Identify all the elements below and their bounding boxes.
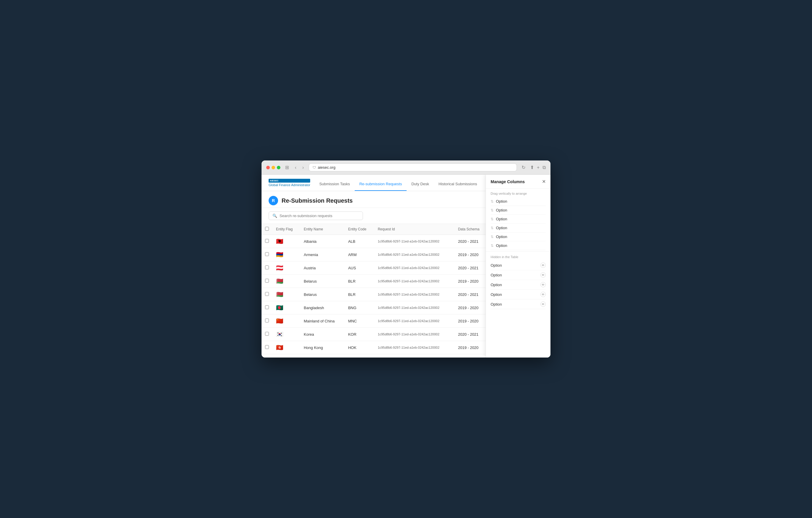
draggable-item[interactable]: ⇅ Option <box>491 197 546 206</box>
schema-cell: 2020 - 2021 <box>454 261 488 275</box>
drag-handle-icon: ⇅ <box>491 244 494 248</box>
flag-cell: 🇧🇾 <box>276 278 283 284</box>
browser-chrome: ⊞ ‹ › 🛡 aiesec.org ↻ ⬆ + ⧉ <box>262 161 550 174</box>
visibility-toggle-0[interactable]: 👁 <box>541 263 546 268</box>
url-text: aiesec.org <box>318 165 336 170</box>
row-checkbox-2[interactable] <box>265 266 269 269</box>
draggable-option-label: Option <box>496 199 507 203</box>
row-checkbox-8[interactable] <box>265 345 269 349</box>
draggable-item[interactable]: ⇅ Option <box>491 233 546 241</box>
entity-code-cell: JOR <box>345 354 374 358</box>
entity-name-cell: Belarus <box>300 275 344 288</box>
draggable-item[interactable]: ⇅ Option <box>491 241 546 250</box>
hidden-option-label: Option <box>491 302 502 306</box>
hidden-list: Option 👁 Option 👁 Option 👁 Option 👁 Opti… <box>486 261 550 309</box>
drag-handle-icon: ⇅ <box>491 217 494 221</box>
draggable-option-label: Option <box>496 243 507 248</box>
drag-section-title: Drag vertically to arrange <box>486 189 550 197</box>
request-id-cell: 1c95d8b6-9297-11ed-a1eb-0242ac120002 <box>374 301 454 315</box>
request-id-cell: 1c95d8b6-9297-11ed-a1eb-0242ac120002 <box>374 261 454 275</box>
request-id-cell: 1c95d8b6-9297-11ed-a1eb-0242ac120002 <box>374 328 454 341</box>
visibility-toggle-2[interactable]: 👁 <box>541 282 546 287</box>
request-id-cell: 1c95d8b6-9297-11ed-a1eb-0242ac120002 <box>374 354 454 358</box>
flag-cell: 🇦🇲 <box>276 251 283 258</box>
draggable-item[interactable]: ⇅ Option <box>491 206 546 215</box>
sidebar-toggle-button[interactable]: ⊞ <box>284 164 290 171</box>
minimize-button[interactable] <box>271 166 275 169</box>
search-icon: 🔍 <box>272 214 277 218</box>
flag-cell: 🇭🇰 <box>276 344 283 351</box>
row-checkbox-4[interactable] <box>265 292 269 296</box>
maximize-button[interactable] <box>277 166 281 169</box>
tab-resubmission-requests[interactable]: Re-submission Requests <box>355 182 407 191</box>
hidden-section-title: Hidden in the Table <box>486 251 550 261</box>
entity-code-cell: HOK <box>345 341 374 354</box>
entity-code-cell: MNC <box>345 315 374 328</box>
entity-code-cell: KOR <box>345 328 374 341</box>
schema-cell: 2020 - 2021 <box>454 288 488 301</box>
request-id-cell: 1c95d8b6-9297-11ed-a1eb-0242ac120002 <box>374 235 454 248</box>
panel-title: Manage Columns <box>491 179 525 184</box>
select-all-checkbox[interactable] <box>265 227 269 231</box>
col-header-entity-flag: Entity Flag <box>272 224 300 235</box>
visibility-toggle-4[interactable]: 👁 <box>541 301 546 307</box>
row-checkbox-7[interactable] <box>265 332 269 336</box>
schema-cell: 2020 - 2021 <box>454 354 488 358</box>
row-checkbox-6[interactable] <box>265 319 269 322</box>
flag-cell: 🇰🇷 <box>276 331 283 337</box>
drag-handle-icon: ⇅ <box>491 199 494 203</box>
url-bar[interactable]: 🛡 aiesec.org <box>309 163 517 171</box>
entity-name-cell: Belarus <box>300 288 344 301</box>
hidden-item: Option 👁 <box>491 280 546 290</box>
entity-code-cell: ALB <box>345 235 374 248</box>
hidden-option-label: Option <box>491 263 502 268</box>
entity-code-cell: BNG <box>345 301 374 315</box>
app-content: AIESEC Global Finance Administrator Subm… <box>262 174 550 357</box>
flag-cell: 🇨🇳 <box>276 318 283 324</box>
row-checkbox-0[interactable] <box>265 239 269 243</box>
draggable-item[interactable]: ⇅ Option <box>491 215 546 224</box>
search-bar[interactable]: 🔍 <box>269 212 363 220</box>
brand: AIESEC Global Finance Administrator <box>269 179 310 187</box>
draggable-option-label: Option <box>496 235 507 239</box>
back-button[interactable]: ‹ <box>294 164 297 171</box>
panel-close-button[interactable]: ✕ <box>542 179 546 184</box>
request-id-cell: 1c95d8b6-9297-11ed-a1eb-0242ac120002 <box>374 315 454 328</box>
visibility-toggle-1[interactable]: 👁 <box>541 272 546 278</box>
request-id-cell: 1c95d8b6-9297-11ed-a1eb-0242ac120002 <box>374 275 454 288</box>
browser-window: ⊞ ‹ › 🛡 aiesec.org ↻ ⬆ + ⧉ AIESEC Global… <box>262 161 550 357</box>
schema-cell: 2019 - 2020 <box>454 275 488 288</box>
entity-name-cell: Bangladesh <box>300 301 344 315</box>
flag-cell: 🇧🇾 <box>276 291 283 298</box>
page-avatar: R <box>269 196 278 205</box>
entity-code-cell: BLR <box>345 275 374 288</box>
visibility-toggle-3[interactable]: 👁 <box>541 292 546 297</box>
row-checkbox-3[interactable] <box>265 279 269 282</box>
search-input[interactable] <box>280 214 359 218</box>
hidden-option-label: Option <box>491 273 502 277</box>
hidden-item: Option 👁 <box>491 290 546 299</box>
entity-name-cell: Korea <box>300 328 344 341</box>
manage-columns-panel: Manage Columns ✕ Drag vertically to arra… <box>486 174 550 357</box>
tab-duty-desk[interactable]: Duty Desk <box>407 182 434 191</box>
row-checkbox-5[interactable] <box>265 305 269 309</box>
flag-cell: 🇦🇹 <box>276 265 283 271</box>
panel-header: Manage Columns ✕ <box>486 174 550 189</box>
draggable-option-label: Option <box>496 217 507 221</box>
tab-historical-submissions[interactable]: Historical Submissions <box>434 182 482 191</box>
close-button[interactable] <box>266 166 270 169</box>
row-checkbox-1[interactable] <box>265 252 269 256</box>
schema-cell: 2019 - 2020 <box>454 341 488 354</box>
new-tab-button[interactable]: + <box>537 165 540 170</box>
tabs-button[interactable]: ⧉ <box>543 165 546 170</box>
brand-logo: AIESEC <box>269 179 310 183</box>
draggable-item[interactable]: ⇅ Option <box>491 224 546 233</box>
share-button[interactable]: ⬆ <box>530 165 534 170</box>
tab-submission-tasks[interactable]: Submission Tasks <box>315 182 355 191</box>
hidden-option-label: Option <box>491 282 502 287</box>
browser-actions: ⬆ + ⧉ <box>530 165 546 170</box>
schema-cell: 2019 - 2020 <box>454 301 488 315</box>
reload-button[interactable]: ↻ <box>520 164 527 171</box>
forward-button[interactable]: › <box>301 164 305 171</box>
entity-name-cell: Austria <box>300 261 344 275</box>
